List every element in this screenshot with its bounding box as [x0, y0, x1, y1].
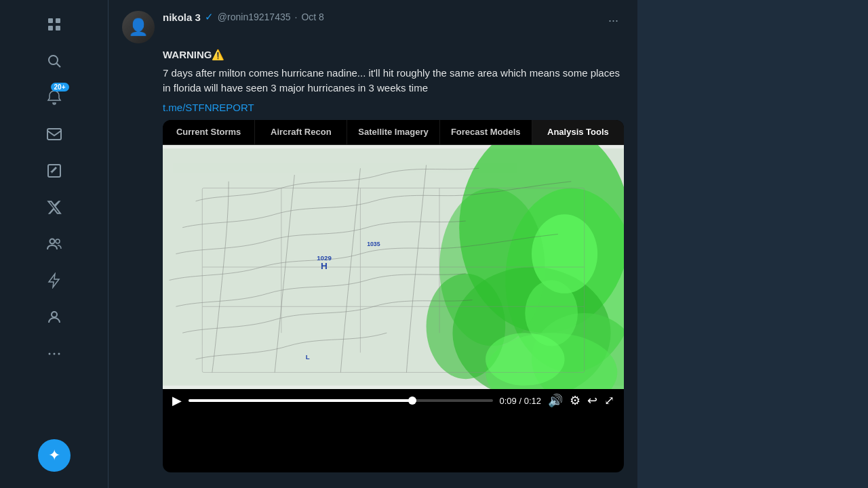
tweet-meta: nikola 3 ✓ @ronin19217435 · Oct 8	[163, 11, 324, 23]
tab-aircraft-recon[interactable]: Aircraft Recon	[255, 120, 347, 145]
tweet-link[interactable]: t.me/STFNREPORT	[163, 102, 624, 113]
progress-thumb[interactable]	[408, 396, 416, 405]
svg-point-9	[56, 239, 60, 243]
tweet-author-line: nikola 3 ✓ @ronin19217435 · Oct 8	[163, 11, 324, 23]
drafts-button[interactable]	[38, 155, 71, 187]
communities-button[interactable]	[38, 228, 71, 260]
svg-point-10	[52, 312, 57, 317]
verified-badge: ✓	[205, 11, 214, 23]
tab-current-storms[interactable]: Current Storms	[163, 120, 255, 145]
svg-text:1035: 1035	[367, 241, 380, 247]
avatar: 👤	[122, 11, 155, 43]
compose-button[interactable]: ✦	[38, 439, 71, 472]
twitter-x-button[interactable]	[38, 191, 71, 224]
svg-point-24	[486, 333, 565, 386]
notification-badge: 20+	[51, 83, 69, 92]
more-button[interactable]	[38, 338, 71, 370]
svg-rect-6	[47, 129, 61, 140]
svg-point-11	[48, 353, 50, 355]
svg-point-4	[49, 56, 58, 64]
time-separator: /	[519, 396, 524, 406]
video-nav-tabs: Current Storms Aircraft Recon Satellite …	[163, 120, 624, 146]
svg-line-5	[56, 64, 60, 68]
weather-map-svg: 1029 H 1010 L 1035	[163, 145, 624, 389]
svg-rect-2	[48, 26, 53, 30]
svg-text:L: L	[306, 353, 310, 361]
tweet-date: Oct 8	[301, 12, 323, 22]
time-current: 0:09	[500, 396, 517, 406]
right-panel	[637, 0, 868, 488]
video-controls: ▶ 0:09 / 0:12 🔊 ⚙ ↩ ⤢	[163, 389, 624, 412]
tweet-header: 👤 nikola 3 ✓ @ronin19217435 · Oct 8 ···	[122, 11, 624, 43]
notifications-button[interactable]: 20+	[38, 81, 71, 114]
tab-satellite-imagery[interactable]: Satellite Imagery	[347, 120, 439, 145]
warning-label: WARNING⚠️	[163, 49, 225, 60]
svg-text:H: H	[321, 261, 328, 271]
tweet-separator: ·	[295, 12, 298, 22]
sidebar: 20+	[0, 0, 108, 488]
bell-icon	[46, 89, 62, 106]
search-icon	[46, 53, 62, 69]
tab-forecast-models[interactable]: Forecast Models	[440, 120, 532, 145]
tab-analysis-tools[interactable]: Analysis Tools	[532, 120, 624, 145]
tweet-warning: WARNING⚠️	[163, 47, 624, 63]
messages-button[interactable]	[38, 118, 71, 150]
tweet-handle: @ronin19217435	[218, 12, 291, 22]
progress-fill	[189, 399, 416, 402]
play-button[interactable]: ▶	[172, 393, 182, 408]
loop-button[interactable]: ↩	[587, 393, 597, 408]
tweet-more-button[interactable]: ···	[603, 11, 624, 30]
video-player: Current Storms Aircraft Recon Satellite …	[163, 120, 624, 472]
video-frame: 1029 H 1010 L 1035	[163, 145, 624, 389]
settings-button[interactable]: ⚙	[570, 393, 580, 408]
search-button[interactable]	[38, 45, 71, 77]
mail-icon	[46, 126, 62, 142]
avatar-image: 👤	[122, 11, 155, 43]
tweet-body: 7 days after milton comes hurricane nadi…	[163, 66, 624, 96]
more-dots-icon	[46, 346, 62, 362]
svg-rect-3	[56, 26, 60, 30]
profile-button[interactable]	[38, 301, 71, 333]
people-icon	[46, 236, 62, 252]
x-logo-icon	[46, 199, 62, 216]
tweet-container: 👤 nikola 3 ✓ @ronin19217435 · Oct 8 ··· …	[108, 0, 637, 488]
lightning-icon	[46, 272, 62, 289]
svg-rect-1	[56, 18, 60, 23]
time-total: 0:12	[524, 396, 541, 406]
tweet-author-name: nikola 3	[163, 12, 201, 23]
compose-icon: ✦	[48, 447, 60, 464]
svg-point-22	[532, 215, 597, 294]
main-content: 👤 nikola 3 ✓ @ronin19217435 · Oct 8 ··· …	[108, 0, 637, 488]
svg-point-12	[53, 353, 55, 355]
fullscreen-button[interactable]: ⤢	[604, 393, 614, 408]
grid-icon	[46, 16, 62, 33]
pencil-box-icon	[46, 163, 62, 179]
grid-menu-button[interactable]	[38, 8, 71, 41]
svg-point-13	[58, 353, 60, 355]
svg-rect-0	[48, 18, 53, 23]
svg-point-8	[50, 239, 54, 244]
volume-button[interactable]: 🔊	[548, 393, 563, 408]
time-display: 0:09 / 0:12	[500, 396, 541, 406]
lightning-button[interactable]	[38, 264, 71, 297]
person-icon	[46, 309, 62, 325]
progress-bar[interactable]	[189, 399, 493, 402]
